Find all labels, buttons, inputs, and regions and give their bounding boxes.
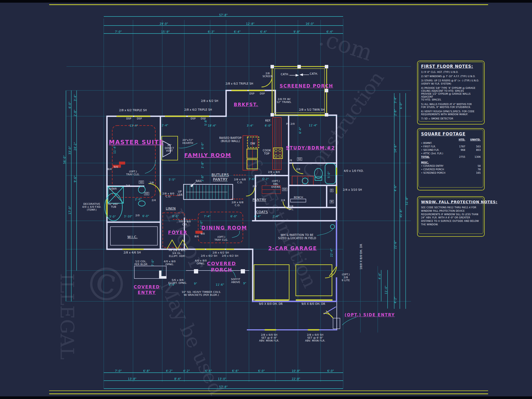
plan-annotation: BUTLERS PANTRY [211,173,229,181]
dimension-label: 22'-8" [292,377,300,381]
dimension-label: 6'-0" [230,215,237,218]
dimension-label: 33'-0" [68,146,72,155]
sqft-htd-value: 1787 [452,145,465,148]
dimension-label: 8'-4" [174,377,181,381]
first-floor-notes-inner: FIRST FLOOR NOTES: 1) 9'-0" CLG. HGT. (T… [418,62,483,122]
plan-annotation: RAISED BARTOP (BUILD WALL) [219,136,242,143]
plan-annotation: 2/8 x 6/2 SH [213,251,229,254]
dimension-label: 2'-0" [135,198,142,201]
first-floor-note-item: 7) SD = SMOKE DETECTOR [421,117,481,120]
dimension-label: 10'-8" [292,369,300,373]
sqft-row-label: • FIRST FLR. [421,145,452,148]
plan-annotation: 2/8 x 6/2 TRIPLE SH [119,109,147,112]
dimension-label: 14'-6" [394,144,397,153]
plan-annotation: SHWR [109,187,117,190]
sqft-row-label: • SECOND FLR. [421,149,452,151]
window-fall-protection-inner: WNDW. FALL PROTECTION NOTES: SEE CODE SE… [418,198,483,234]
sqft-header-spacer [421,138,452,141]
plan-annotation: DSP [260,92,265,95]
dimension-label: 29'-0" [160,22,168,26]
plan-annotation: 42"x60" TUB [108,202,119,208]
sqft-total-htd: 2755 [452,156,465,158]
sqft-column-header: HTD. [452,138,465,141]
plan-annotation: W.I.C. [127,235,138,239]
sqft-misc-value: 58 [466,165,481,167]
first-floor-note-item: 5) ALL WALLS FIGURED AT 4" WIDTHS FOR FO… [421,103,481,109]
sqft-misc-htd-empty [452,172,465,174]
dimension-label: 9" [243,282,246,285]
plan-annotation: 2/8 SCREEN [263,72,273,78]
dimension-label: 2'-8" [394,109,397,116]
sqft-htd-value [452,152,465,155]
plan-annotation: 8/4 [107,168,112,171]
dimension-label: 4'-2" [183,369,190,373]
marker-box: D [330,189,334,192]
window-fall-protection-title: WNDW. FALL PROTECTION NOTES: [421,200,481,204]
dimension-label: 18'-4" [208,124,216,127]
sqft-unhtd-value: 503 [466,145,481,148]
dimension-label: 11'-6" [216,283,224,286]
plan-annotation: 2/4 [152,199,156,202]
first-floor-note-item: 1) 9'-0" CLG. HGT. (TYP.) U.N.O. [421,71,481,74]
room-label: BRKFST. [234,102,259,107]
dimension-label: 6'-0" [142,215,149,218]
dimension-label: 13'-8" [128,377,136,381]
plan-annotation: DSP [137,117,142,120]
sqft-total-unhtd: 1306 [466,156,481,158]
dimension-label: 3'-4" [74,94,77,101]
plan-annotation: 9/0 [201,232,205,235]
watermark-text: ILLEGAL [56,273,78,360]
plan-annotation: 2/8 FR W/ 12" TRANS. [276,98,292,103]
plan-annotation: 2/8 x 6/8 C.O. [234,178,246,184]
sqft-misc-title: MISC. [421,161,452,164]
plan-annotation: 9/0 X 8/0 OH. DR [301,302,325,306]
dimension-label: 5'-5" [169,178,175,181]
plan-annotation: 4/0 x 8/0 OPNG. [164,260,176,266]
dimension-label: 13'-4" [130,124,138,127]
sqft-htd-value [452,142,465,144]
plan-annotation: DSP [201,117,206,120]
dimension-label: 6'-6" [232,369,239,373]
plan-annotation: DSP [191,117,196,120]
marker-box: SD [282,188,287,191]
dimension-label: 4'-2" [394,297,397,303]
plan-annotation: DSP [250,92,255,95]
first-floor-notes-panel: FIRST FLOOR NOTES: 1) 9'-0" CLG. HGT. (T… [417,61,485,124]
dimension-label: 6'-0" [265,124,271,127]
dimension-label: 3'-4" [394,97,397,103]
dimension-label: 15'-9" [161,30,170,34]
plan-annotation: CATH. [310,72,318,76]
plan-annotation: (OPT.) TRAY CLG. [126,170,140,176]
marker-box: SD [297,157,302,161]
first-floor-notes-title: FIRST FLOOR NOTES: [421,64,481,69]
dimension-label: 6'-4" [234,30,240,34]
plan-annotation: CATH. [281,73,289,76]
first-floor-note-item: 4) PROVIDE 5/8" TYPE 'X' GYPSUM @ GARAGE… [421,87,481,102]
dimension-label: 6'-4" [260,30,267,34]
plan-annotation: (OPT.) TRAY CLG. [214,235,228,241]
plan-annotation: 2/0 x 6/2 SH [222,254,238,257]
plan-annotation: 2/8 x 6/2 TRIPLE SH [184,108,212,111]
dimension-label: 57'-8" [219,14,228,17]
first-floor-note-item: 6) VERIFY ROUGH OPNG'S,SPECS. FOR CODE R… [421,110,481,116]
sqft-misc-label: • SCREENED PORCH [421,172,452,174]
sqft-misc-spacer [452,159,465,164]
sqft-row-label: • BSMNT. [421,142,452,144]
dimension-label: 6'-3" [208,30,214,34]
dimension-label: 11'-4" [385,286,388,294]
sqft-misc-value: 165 [466,172,481,174]
dimension-label: 3'-4" [247,124,253,127]
plan-annotation: 2/4 x 3/10 SH [343,188,362,192]
dimension-label: 4'-2" [166,369,172,373]
dimension-label: 22'-4" [330,248,333,257]
sqft-unhtd-value: 803 [466,149,481,151]
sqft-row-label: • ATTIC (3rd. FLR.) [421,152,452,155]
plan-annotation: 2/8 x 5/2 TWIN SH [299,108,325,111]
dimension-label: 7'-0" [151,259,155,266]
cooktop-burners [275,149,281,157]
dimension-label: 6'-0" [400,102,403,109]
sqft-column-header: UNHTD. [466,138,481,141]
dimension-label: 6'-0" [68,102,72,108]
sqft-misc-htd-empty [452,165,465,167]
plan-annotation: DW [250,142,255,145]
